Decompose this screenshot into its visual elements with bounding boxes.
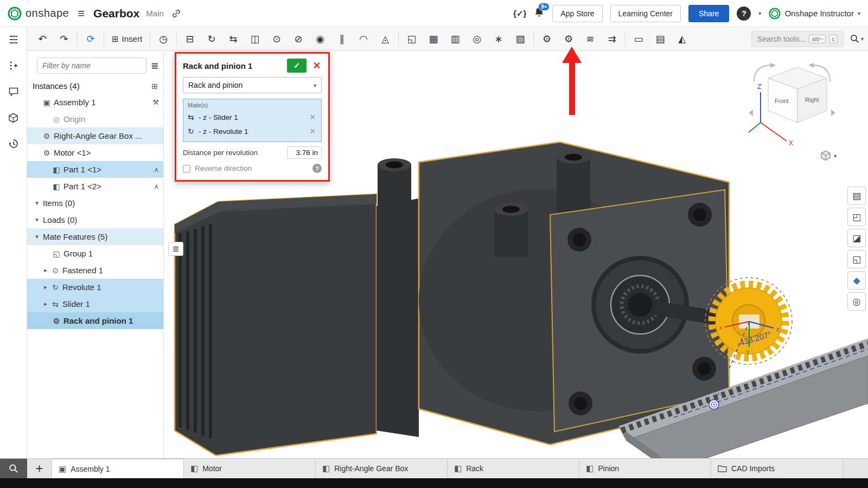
help-button[interactable]: ? (737, 7, 751, 21)
display-states-icon[interactable]: ◭ (671, 30, 693, 48)
mate-connector-icon[interactable]: ◬ (374, 30, 396, 48)
tree-item-part-1-1[interactable]: ◧ Part 1 <1> ⋏ (27, 161, 163, 178)
bom-table-icon[interactable]: ▤ (847, 187, 866, 205)
render-studio-icon[interactable]: ◆ (847, 271, 866, 290)
assembly-context-icon[interactable]: ⚒ (149, 98, 159, 106)
chevron-down-icon[interactable]: ▾ (33, 233, 41, 240)
insert-button[interactable]: ⊞ Insert (106, 30, 148, 48)
remove-mate-icon[interactable]: ✕ (308, 127, 317, 136)
relation-type-select[interactable]: Rack and pinion ▾ (183, 77, 322, 93)
named-positions-icon[interactable]: ◷ (152, 30, 174, 48)
cylindrical-mate-icon[interactable]: ⊙ (266, 30, 288, 48)
tree-item-assembly-1[interactable]: ▣ Assembly 1 ⚒ (27, 94, 163, 111)
tree-item-right-angle-gear-box[interactable]: ⚙ Right-Angle Gear Box ... (27, 127, 163, 144)
replicate-icon[interactable]: ▦ (423, 30, 444, 48)
tab-rack[interactable]: ◧ Rack (448, 459, 579, 478)
document-menu-icon[interactable]: ≡ (75, 7, 87, 21)
distance-input[interactable] (287, 146, 322, 159)
featurescript-icon[interactable]: {✓} (513, 9, 526, 18)
snapshot-icon[interactable]: ▧ (509, 30, 531, 48)
insert-instance-icon[interactable]: ⊞ (151, 82, 158, 91)
fastened-mate-icon[interactable]: ⊟ (179, 30, 201, 48)
gear-relation-icon[interactable]: ⚙ (536, 30, 558, 48)
expand-panel-button[interactable]: ≣ (168, 242, 183, 256)
tree-section-items[interactable]: ▾ Items (0) (27, 195, 163, 211)
tree-item-origin[interactable]: ◎ Origin (27, 111, 163, 127)
search-tools-menu[interactable]: ▾ (850, 34, 864, 43)
linear-relation-icon[interactable]: ⇉ (601, 30, 623, 48)
chevron-right-icon[interactable]: ▸ (41, 300, 50, 307)
parts-help-icon[interactable] (7, 111, 21, 125)
chevron-down-icon[interactable]: ▾ (33, 200, 41, 207)
app-store-button[interactable]: App Store (552, 5, 602, 22)
reverse-direction-checkbox[interactable] (183, 165, 190, 172)
instances-header[interactable]: Instances (4) ⊞ (27, 78, 163, 94)
in-context-icon[interactable]: ⋏ (150, 182, 159, 190)
notifications-button[interactable]: 9+ (534, 7, 545, 20)
circular-pattern-icon[interactable]: ◎ (466, 30, 488, 48)
comment-icon[interactable] (7, 85, 21, 99)
tree-item-motor[interactable]: ⚙ Motor <1> (27, 144, 163, 161)
gearbox-part[interactable] (376, 142, 738, 445)
undo-icon[interactable]: ↶ (31, 30, 53, 48)
tab-assembly-1[interactable]: ▣ Assembly 1 (52, 459, 184, 478)
rotate-left-arrow[interactable] (749, 110, 753, 116)
mate-row-slider-1[interactable]: ⇆ - z - Slider 1 ✕ (188, 110, 317, 124)
tree-item-rack-and-pinion-1[interactable]: ⚙ Rack and pinion 1 (27, 312, 163, 329)
view-options-button[interactable]: ▾ (820, 150, 837, 162)
planar-mate-icon[interactable]: ◫ (244, 30, 266, 48)
history-icon[interactable] (7, 137, 21, 151)
measure-icon[interactable]: ◎ (847, 292, 866, 311)
chevron-right-icon[interactable]: ▸ (41, 284, 50, 291)
copy-link-icon[interactable] (171, 9, 181, 18)
tab-search-button[interactable] (0, 459, 27, 478)
explode-icon[interactable]: ∗ (488, 30, 509, 48)
mate-list-icon[interactable] (7, 59, 21, 73)
workspace-name[interactable]: Main (146, 9, 164, 18)
tree-item-group-1[interactable]: ◱ Group 1 (27, 245, 163, 262)
tree-item-fastened-1[interactable]: ▸ ⊙ Fastened 1 (27, 262, 163, 279)
mate-row-revolute-1[interactable]: ↻ - z - Revolute 1 ✕ (188, 124, 317, 138)
slider-mate-icon[interactable]: ⇆ (222, 30, 244, 48)
learning-center-button[interactable]: Learning Center (610, 5, 681, 22)
redo-icon[interactable]: ↷ (53, 30, 75, 48)
tab-cad-imports[interactable]: CAD Imports (711, 459, 843, 478)
drawing-icon[interactable]: ▭ (628, 30, 649, 48)
cancel-button[interactable]: ✕ (310, 59, 324, 73)
chevron-down-icon[interactable]: ▾ (33, 216, 41, 223)
chevron-right-icon[interactable]: ▸ (41, 267, 50, 274)
rotate-right-arrow[interactable] (831, 110, 835, 116)
rack-pinion-relation-icon[interactable]: ⚙ (558, 30, 579, 48)
in-context-icon[interactable]: ⋏ (150, 165, 159, 174)
add-tab-button[interactable]: + (27, 459, 52, 478)
help-caret-icon[interactable]: ▾ (758, 10, 761, 16)
view-cube[interactable]: Front Right Z X (744, 59, 840, 151)
pin-slot-mate-icon[interactable]: ⊘ (288, 30, 309, 48)
parallel-mate-icon[interactable]: ∥ (331, 30, 353, 48)
dialog-title[interactable]: Rack and pinion 1 (183, 61, 284, 70)
remove-mate-icon[interactable]: ✕ (308, 113, 317, 121)
tree-item-part-1-2[interactable]: ◧ Part 1 <2> ⋏ (27, 178, 163, 195)
motor-part[interactable] (175, 194, 376, 455)
account-menu[interactable]: Onshape Instructor ▾ (769, 8, 860, 20)
tree-section-loads[interactable]: ▾ Loads (0) (27, 211, 163, 228)
onshape-logo[interactable]: onshape (8, 7, 69, 21)
filter-input[interactable] (37, 57, 146, 74)
model-tree-icon[interactable] (7, 33, 21, 47)
section-view-icon[interactable]: ◪ (847, 229, 866, 247)
screw-relation-icon[interactable]: ≋ (579, 30, 601, 48)
tab-right-angle-gear-box[interactable]: ◧ Right-Angle Gear Box (316, 459, 448, 478)
tab-pinion[interactable]: ◧ Pinion (579, 459, 711, 478)
search-tools-input[interactable]: Search tools... alt/~ c (751, 31, 844, 47)
help-icon[interactable]: ? (312, 164, 322, 173)
list-view-icon[interactable]: ≣ (151, 60, 158, 72)
linear-pattern-icon[interactable]: ▥ (444, 30, 466, 48)
tree-item-slider-1[interactable]: ▸ ⇆ Slider 1 (27, 296, 163, 312)
tab-motor[interactable]: ◧ Motor (184, 459, 316, 478)
share-button[interactable]: Share (688, 5, 729, 22)
exploded-view-icon[interactable]: ◱ (847, 250, 866, 268)
tangent-mate-icon[interactable]: ◠ (353, 30, 374, 48)
confirm-button[interactable]: ✓ (287, 59, 307, 73)
view-cube-right-label[interactable]: Right (805, 97, 819, 103)
bom-icon[interactable]: ▤ (649, 30, 671, 48)
